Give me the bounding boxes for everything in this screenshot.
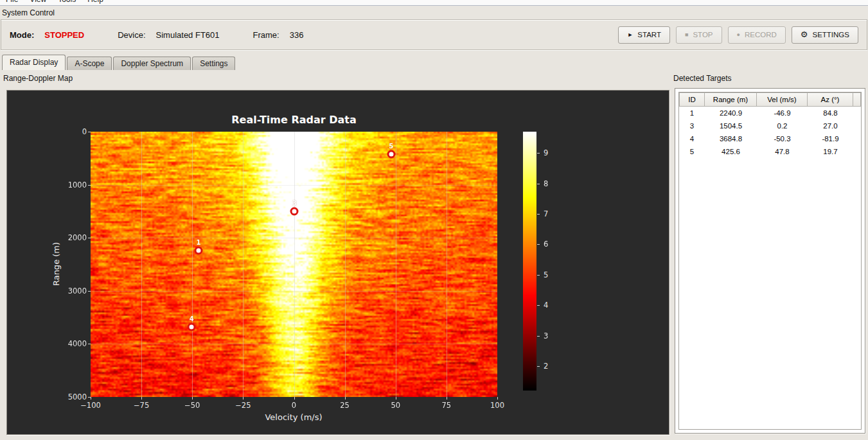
column-header-range[interactable]: Range (m) bbox=[705, 92, 757, 107]
column-header-stub bbox=[853, 92, 861, 107]
x-tick-label: 100 bbox=[490, 401, 504, 410]
x-axis-tick bbox=[243, 397, 244, 400]
menu-bar: FileViewToolsHelp bbox=[0, 0, 868, 6]
tab-a-scope[interactable]: A-Scope bbox=[67, 57, 112, 70]
gridline-vertical bbox=[345, 132, 346, 397]
x-axis-tick bbox=[396, 397, 396, 400]
colorbar-tick-label: 5 bbox=[544, 270, 548, 279]
table-cell: -46.9 bbox=[757, 107, 808, 119]
x-axis-tick bbox=[192, 397, 193, 400]
table-cell: -81.9 bbox=[808, 132, 853, 145]
colorbar-tick bbox=[537, 214, 540, 215]
y-tick-label: 1000 bbox=[68, 180, 87, 189]
colorbar-tick-label: 8 bbox=[544, 179, 548, 188]
targets-table-body: 12240.9-46.984.831504.50.227.043684.8-50… bbox=[679, 107, 861, 158]
record-icon: ● bbox=[737, 31, 740, 38]
x-axis-tick bbox=[294, 397, 295, 400]
x-axis-tick bbox=[447, 397, 447, 400]
colorbar-tick bbox=[537, 366, 540, 367]
tab-bar: Radar DisplayA-ScopeDoppler SpectrumSett… bbox=[2, 55, 236, 70]
table-cell: 0.2 bbox=[757, 119, 808, 132]
gridline-horizontal bbox=[91, 238, 497, 238]
colorbar-tick-label: 3 bbox=[544, 331, 548, 340]
y-axis-tick bbox=[88, 344, 91, 344]
table-cell: 2240.9 bbox=[705, 107, 757, 119]
gridline-vertical bbox=[447, 132, 447, 397]
x-tick-label: 0 bbox=[292, 401, 296, 410]
colorbar-tick bbox=[537, 184, 540, 184]
heatmap-plot-area: 1345 bbox=[91, 132, 497, 397]
table-row[interactable]: 31504.50.227.0 bbox=[679, 119, 861, 132]
x-tick-label: −50 bbox=[184, 401, 200, 410]
gridline-horizontal bbox=[91, 291, 497, 292]
gridline-horizontal bbox=[91, 185, 497, 186]
play-icon: ► bbox=[627, 31, 633, 38]
table-row[interactable]: 12240.9-46.984.8 bbox=[679, 107, 861, 119]
colorbar-tick-label: 9 bbox=[544, 148, 548, 157]
table-cell: 425.6 bbox=[705, 145, 757, 158]
x-tick-label: −100 bbox=[80, 401, 101, 410]
tab-settings[interactable]: Settings bbox=[192, 57, 235, 70]
target-marker-label: 3 bbox=[292, 200, 297, 207]
table-cell: 47.8 bbox=[757, 145, 808, 158]
range-doppler-plot-panel: Real-Time Radar Data 1345 Velocity (m/s)… bbox=[6, 90, 669, 435]
colorbar-tick bbox=[537, 244, 540, 245]
stop-button[interactable]: ■STOP bbox=[676, 26, 722, 44]
x-axis-tick bbox=[91, 397, 91, 400]
table-cell: -50.3 bbox=[757, 132, 808, 145]
record-button[interactable]: ●RECORD bbox=[728, 26, 786, 44]
table-row[interactable]: 5425.647.819.7 bbox=[679, 145, 861, 158]
gridline-vertical bbox=[141, 132, 142, 397]
targets-table: IDRange (m)Vel (m/s)Az (°) 12240.9-46.98… bbox=[678, 92, 862, 430]
button-label: SETTINGS bbox=[812, 31, 849, 39]
target-marker-label: 5 bbox=[389, 143, 393, 150]
plot-title: Real-Time Radar Data bbox=[91, 114, 497, 126]
y-axis-tick bbox=[88, 238, 91, 238]
y-tick-label: 2000 bbox=[68, 233, 87, 242]
settings-button[interactable]: ⚙SETTINGS bbox=[792, 26, 858, 44]
table-cell: 84.8 bbox=[808, 107, 853, 119]
mode-value: STOPPED bbox=[44, 30, 84, 40]
tab-radar-display[interactable]: Radar Display bbox=[2, 55, 66, 70]
status-readout: Mode: STOPPED Device: Simulated FT601 Fr… bbox=[10, 30, 303, 40]
gridline-vertical bbox=[294, 132, 295, 397]
table-cell: 3 bbox=[679, 119, 705, 132]
x-axis-tick bbox=[497, 397, 498, 400]
gridline-vertical bbox=[243, 132, 244, 397]
x-tick-label: −75 bbox=[134, 401, 149, 410]
x-axis-title: Velocity (m/s) bbox=[265, 412, 322, 422]
table-cell: 19.7 bbox=[808, 145, 853, 158]
table-cell: 3684.8 bbox=[705, 132, 757, 145]
target-marker bbox=[290, 207, 299, 216]
column-header-id[interactable]: ID bbox=[679, 92, 705, 107]
table-cell: 4 bbox=[679, 132, 705, 145]
y-axis-tick bbox=[88, 291, 91, 292]
mode-label: Mode: bbox=[10, 30, 34, 40]
stop-icon: ■ bbox=[685, 31, 688, 38]
target-marker bbox=[387, 150, 395, 159]
x-axis-tick bbox=[141, 397, 142, 400]
colorbar-tick bbox=[537, 275, 540, 276]
colorbar-tick-label: 2 bbox=[544, 362, 548, 371]
table-cell: 1 bbox=[679, 107, 705, 119]
tab-doppler-spectrum[interactable]: Doppler Spectrum bbox=[113, 57, 191, 70]
y-axis-tick bbox=[88, 132, 91, 132]
x-tick-label: 50 bbox=[391, 401, 400, 410]
colorbar-tick bbox=[537, 153, 540, 154]
y-tick-label: 4000 bbox=[68, 339, 87, 348]
table-cell: 5 bbox=[679, 145, 705, 158]
target-marker-label: 1 bbox=[197, 239, 201, 246]
table-row[interactable]: 43684.8-50.3-81.9 bbox=[679, 132, 861, 145]
colorbar-tick-label: 4 bbox=[544, 301, 548, 310]
start-button[interactable]: ►START bbox=[618, 26, 670, 44]
colorbar bbox=[523, 132, 536, 391]
device-label: Device: bbox=[118, 30, 145, 40]
y-tick-label: 0 bbox=[82, 127, 87, 136]
range-doppler-map-label: Range-Doppler Map bbox=[3, 74, 73, 83]
gridline-vertical bbox=[192, 132, 193, 397]
device-value: Simulated FT601 bbox=[156, 30, 220, 40]
y-axis-tick bbox=[88, 185, 91, 186]
column-header-vel[interactable]: Vel (m/s) bbox=[757, 92, 808, 107]
column-header-az[interactable]: Az (°) bbox=[808, 92, 853, 107]
radar-app-window: FileViewToolsHelp System Control Mode: S… bbox=[0, 0, 868, 440]
